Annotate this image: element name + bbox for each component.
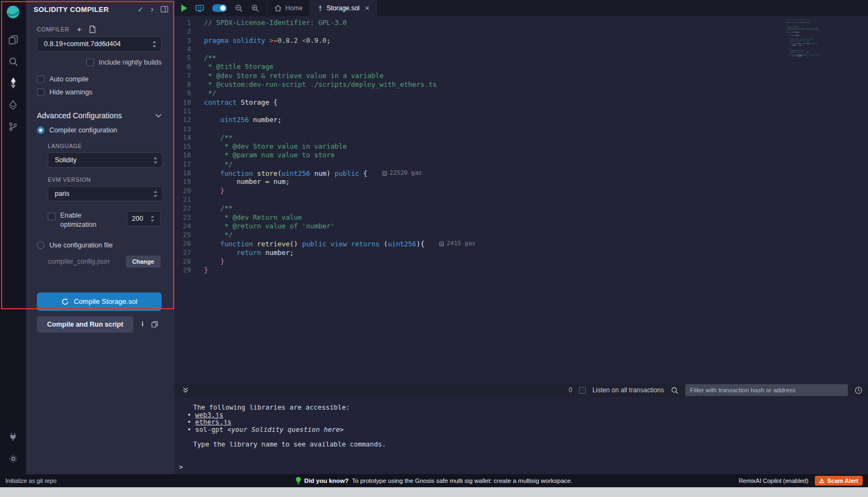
code-line: 7 * @dev Store & retrieve value in a var… <box>175 72 868 80</box>
advanced-configurations-header[interactable]: Advanced Configurations <box>37 111 162 120</box>
minimap[interactable]: // SPDX-License-Identifier: GPL-3.0pragm… <box>786 20 819 60</box>
tab-storage-sol-label: Storage.sol <box>327 4 360 12</box>
stepper-icon[interactable] <box>150 215 155 222</box>
solidity-compiler-panel: SOLIDITY COMPILER ✓ › COMPILER + 0.8.19+… <box>26 0 175 474</box>
compile-button[interactable]: Compile Storage.sol <box>37 292 162 311</box>
code-line: 27 return number; <box>175 248 868 257</box>
remix-logo[interactable] <box>5 4 21 21</box>
code-line: 25 */ <box>175 231 868 239</box>
sidebar-item-plugin-manager[interactable] <box>3 428 23 446</box>
listen-transactions-label: Listen on all transactions <box>592 386 664 394</box>
optimization-runs-input[interactable] <box>132 215 150 222</box>
compile-and-run-button[interactable]: Compile and Run script <box>37 316 133 333</box>
chevron-right-icon[interactable]: › <box>151 5 154 14</box>
enable-optimization-checkbox[interactable] <box>48 213 55 220</box>
use-configuration-file-radio-row[interactable]: Use configuration file <box>37 241 162 249</box>
evm-version-label: EVM VERSION <box>48 176 162 183</box>
language-label: LANGUAGE <box>48 143 162 149</box>
change-config-button[interactable]: Change <box>126 256 161 267</box>
compiler-label: COMPILER <box>37 26 69 33</box>
compiler-configuration-radio-row[interactable]: Compiler configuration <box>37 126 162 134</box>
use-configuration-file-radio[interactable] <box>37 241 44 249</box>
bullet-icon: • <box>187 426 195 434</box>
tab-home[interactable]: Home <box>267 0 310 16</box>
enable-optimization-row: Enable optimization <box>48 211 162 230</box>
include-nightly-checkbox[interactable] <box>86 59 94 66</box>
evm-version-select[interactable]: paris <box>48 186 163 201</box>
auto-compile-checkbox-row[interactable]: Auto compile <box>37 75 162 83</box>
sidebar-item-search[interactable] <box>3 52 23 71</box>
transaction-filter-input[interactable] <box>685 384 848 396</box>
terminal-line <box>179 434 868 441</box>
terminal-collapse-icon[interactable] <box>182 387 189 393</box>
history-clock-icon[interactable] <box>854 386 863 394</box>
stepper-icon <box>153 190 158 197</box>
code-line: 24 * @return value of 'number' <box>175 222 868 231</box>
code-line: 23 * @dev Return value <box>175 213 868 222</box>
include-nightly-label: Include nightly builds <box>99 59 162 66</box>
ai-assistant-icon[interactable] <box>195 4 205 12</box>
line-number: 9 <box>175 89 204 98</box>
terminal-prompt[interactable]: > <box>179 464 868 471</box>
line-number: 17 <box>175 160 204 169</box>
line-number: 1 <box>175 18 204 27</box>
copilot-status[interactable]: RemixAI Copilot (enabled) <box>739 477 808 484</box>
add-custom-compiler-icon[interactable]: + <box>77 25 82 33</box>
terminal[interactable]: The following libraries are accessible:•… <box>175 397 868 474</box>
code-line: 4 <box>175 45 868 54</box>
code-editor[interactable]: 1// SPDX-License-Identifier: GPL-3.023pr… <box>175 16 868 383</box>
terminal-output: The following libraries are accessible:•… <box>179 404 868 449</box>
open-compiler-file-icon[interactable] <box>89 26 96 33</box>
search-icon <box>8 56 18 67</box>
gas-estimate: 2415 gas <box>439 239 475 248</box>
line-number: 22 <box>175 204 204 213</box>
auto-compile-checkbox[interactable] <box>37 75 44 83</box>
optimization-runs-input-box[interactable] <box>127 211 161 226</box>
line-number: 14 <box>175 133 204 142</box>
close-tab-icon[interactable]: × <box>365 4 369 12</box>
terminal-line: • sol-gpt <your Solidity question here> <box>179 426 868 434</box>
line-number: 20 <box>175 187 204 195</box>
terminal-line: • web3.js <box>179 412 868 419</box>
sidebar-item-file-explorer[interactable] <box>3 30 23 49</box>
info-icon[interactable]: i <box>142 320 143 328</box>
terminal-link[interactable]: web3.js <box>195 411 224 419</box>
listen-transactions-checkbox[interactable] <box>579 387 586 394</box>
code-line: 12 uint256 number; <box>175 116 868 124</box>
code-line: 18 function store(uint256 num) public {2… <box>175 169 868 177</box>
zoom-out-icon[interactable] <box>234 4 243 12</box>
init-git-repo[interactable]: Initialize as git repo <box>0 477 56 484</box>
line-number: 12 <box>175 116 204 124</box>
hide-warnings-checkbox[interactable] <box>37 88 44 96</box>
run-script-play-icon[interactable] <box>181 4 187 12</box>
include-nightly-checkbox-row[interactable]: Include nightly builds <box>37 59 162 66</box>
code-line: 20 } <box>175 187 868 195</box>
code-line: 28 } <box>175 257 868 266</box>
sidebar-item-settings[interactable] <box>3 449 23 468</box>
code-line: 13 <box>175 125 868 133</box>
code-line: 21 <box>175 195 868 204</box>
tab-storage-sol[interactable]: Storage.sol × <box>310 0 377 16</box>
terminal-link[interactable]: ethers.js <box>195 418 232 426</box>
tab-home-label: Home <box>285 4 303 12</box>
line-number: 23 <box>175 213 204 222</box>
sidebar-item-deploy-run[interactable] <box>3 95 23 114</box>
language-select[interactable]: Solidity <box>48 152 163 168</box>
sidebar-item-solidity-compiler[interactable] <box>3 74 23 92</box>
line-number: 25 <box>175 231 204 239</box>
stepper-icon <box>152 41 157 48</box>
code-line: 19 number = num; <box>175 177 868 186</box>
compiler-version-select[interactable]: 0.8.19+commit.7dd6d404 <box>37 36 162 52</box>
pin-panel-icon[interactable] <box>161 6 168 12</box>
compiler-configuration-radio[interactable] <box>37 126 44 134</box>
line-number: 2 <box>175 27 204 36</box>
scam-alert-badge[interactable]: ⚠ Scam Alert <box>815 476 863 486</box>
zoom-in-icon[interactable] <box>251 4 259 12</box>
terminal-search-icon[interactable] <box>671 386 679 394</box>
hide-warnings-checkbox-row[interactable]: Hide warnings <box>37 88 162 96</box>
copy-icon[interactable] <box>151 321 158 328</box>
sidebar-item-git[interactable] <box>3 117 23 136</box>
tip-title: Did you know? <box>304 477 349 484</box>
copilot-toggle[interactable] <box>212 4 227 12</box>
code-line: 17 */ <box>175 160 868 169</box>
